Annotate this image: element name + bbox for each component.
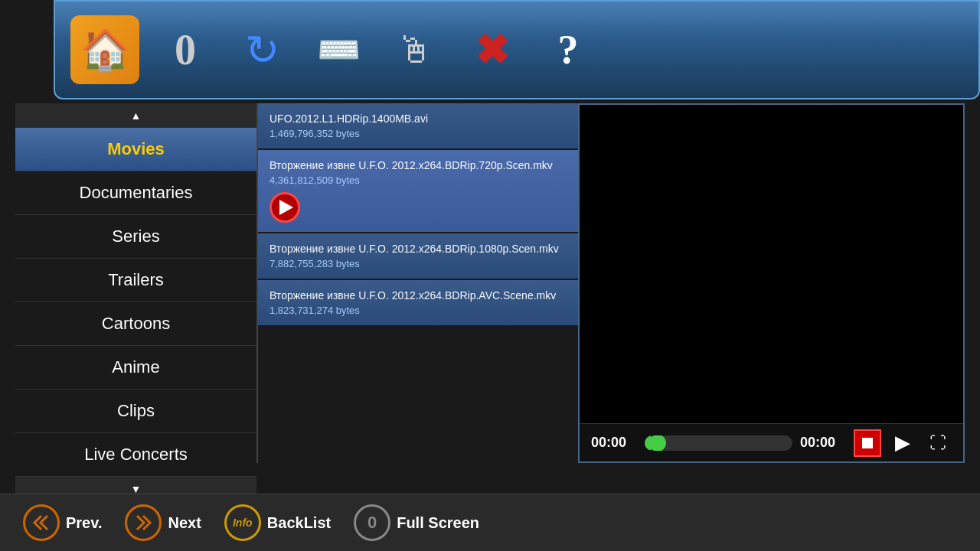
file-name: Вторжение извне U.F.O. 2012.x264.BDRip.1…	[270, 243, 567, 255]
home-button[interactable]: 🏠	[70, 15, 139, 84]
file-size: 1,823,731,274 bytes	[270, 305, 567, 316]
fullscreen-label: Full Screen	[397, 514, 479, 532]
file-size: 7,882,755,283 bytes	[270, 258, 567, 269]
time-remaining: 00:00	[800, 435, 846, 451]
video-preview: 00:00 00:00 ▶ ⛶	[578, 103, 965, 463]
fullscreen-bottom-button[interactable]: 0 Full Screen	[354, 504, 479, 541]
sidebar-scroll-up[interactable]: ▲	[15, 103, 256, 128]
refresh-button[interactable]: ↻	[231, 19, 292, 80]
file-name: Вторжение извне U.F.O. 2012.x264.BDRip.7…	[270, 159, 567, 171]
file-item[interactable]: Вторжение извне U.F.O. 2012.x264.BDRip.1…	[258, 233, 578, 280]
sidebar: ▲ Movies Documentaries Series Trailers C…	[15, 103, 256, 463]
next-icon	[125, 504, 162, 541]
backlist-button[interactable]: Info BackList	[224, 504, 331, 541]
video-area	[580, 105, 963, 423]
sidebar-item-series[interactable]: Series	[15, 215, 256, 259]
progress-dot	[649, 435, 666, 451]
player-controls: 00:00 00:00 ▶ ⛶	[580, 423, 963, 461]
bottom-bar: Prev. Next Info BackList 0 Full Screen	[0, 494, 980, 551]
mouse-button[interactable]: 🖱	[384, 19, 446, 80]
time-elapsed: 00:00	[591, 435, 637, 451]
stop-icon	[862, 438, 873, 448]
close-button[interactable]: ✖	[461, 19, 522, 80]
sidebar-item-cartoons[interactable]: Cartoons	[15, 302, 256, 346]
zero-button[interactable]: 0	[155, 19, 216, 80]
next-label: Next	[168, 514, 201, 532]
up-arrow-icon: ▲	[131, 109, 142, 122]
file-item[interactable]: Вторжение извне U.F.O. 2012.x264.BDRip.A…	[258, 280, 578, 327]
sidebar-item-documentaries[interactable]: Documentaries	[15, 171, 256, 215]
file-list: UFO.2012.L1.HDRip.1400MB.avi 1,469,796,3…	[256, 103, 578, 463]
sidebar-item-clips[interactable]: Clips	[15, 390, 256, 433]
file-size: 4,361,812,509 bytes	[270, 174, 567, 186]
main-content: ▲ Movies Documentaries Series Trailers C…	[8, 103, 972, 463]
fullscreen-button[interactable]: ⛶	[924, 429, 952, 457]
sidebar-item-live-concerts[interactable]: Live Concerts	[15, 433, 256, 477]
info-icon: Info	[224, 504, 261, 541]
fullscreen-bottom-icon: 0	[354, 504, 390, 541]
progress-bar[interactable]	[645, 435, 792, 451]
help-button[interactable]: ?	[537, 19, 599, 80]
next-button[interactable]: Next	[125, 504, 201, 541]
play-pause-button[interactable]: ▶	[889, 429, 916, 457]
prev-label: Prev.	[66, 514, 102, 532]
file-item[interactable]: UFO.2012.L1.HDRip.1400MB.avi 1,469,796,3…	[258, 103, 578, 150]
prev-icon	[23, 504, 60, 541]
stop-button[interactable]	[854, 429, 881, 457]
play-icon: ▶	[895, 431, 910, 455]
fullscreen-icon: ⛶	[929, 433, 946, 453]
prev-button[interactable]: Prev.	[23, 504, 102, 541]
sidebar-item-movies[interactable]: Movies	[15, 128, 256, 171]
sidebar-item-anime[interactable]: Anime	[15, 346, 256, 390]
play-indicator	[270, 192, 300, 223]
backlist-label: BackList	[267, 514, 331, 532]
sidebar-item-trailers[interactable]: Trailers	[15, 259, 256, 302]
keyboard-button[interactable]: ⌨️	[308, 19, 369, 80]
file-name: UFO.2012.L1.HDRip.1400MB.avi	[270, 112, 567, 125]
file-item[interactable]: Вторжение извне U.F.O. 2012.x264.BDRip.7…	[258, 150, 578, 233]
toolbar-header: 🏠 0 ↻ ⌨️ 🖱 ✖ ?	[54, 0, 980, 99]
file-size: 1,469,796,352 bytes	[270, 128, 567, 139]
play-triangle-icon	[279, 200, 293, 215]
file-name: Вторжение извне U.F.O. 2012.x264.BDRip.A…	[270, 289, 567, 302]
